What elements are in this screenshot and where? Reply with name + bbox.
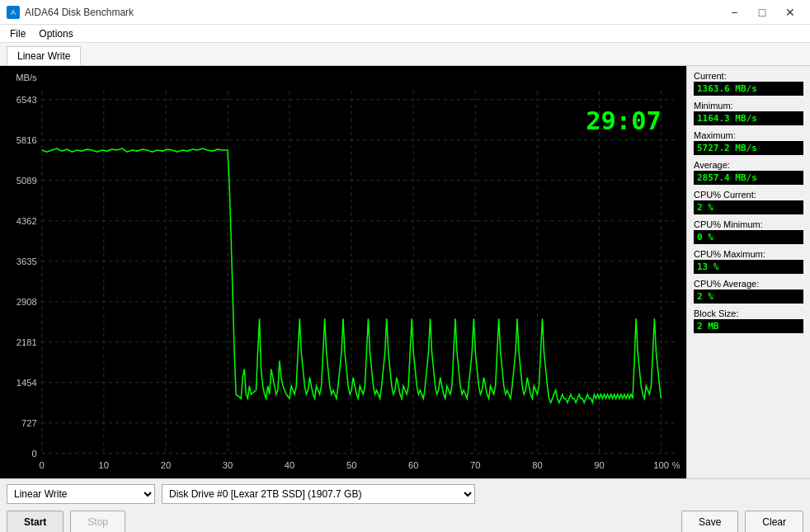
start-button[interactable]: Start bbox=[7, 511, 64, 532]
stats-panel: Current: 1363.6 MB/s Minimum: 1164.3 MB/… bbox=[686, 66, 810, 478]
cpu-minimum-label: CPU% Minimum: bbox=[694, 219, 803, 229]
svg-text:29:07: 29:07 bbox=[586, 106, 662, 134]
minimize-button[interactable]: − bbox=[721, 4, 747, 21]
chart-svg: 6543 5816 5089 4362 3635 2908 2181 1454 … bbox=[0, 66, 686, 478]
chart-area: 6543 5816 5089 4362 3635 2908 2181 1454 … bbox=[0, 66, 686, 478]
title-bar-controls: − □ ✕ bbox=[721, 4, 803, 21]
title-bar-left: A AIDA64 Disk Benchmark bbox=[7, 6, 134, 19]
app-icon: A bbox=[7, 6, 20, 19]
title-bar-title: AIDA64 Disk Benchmark bbox=[25, 7, 134, 18]
svg-text:2181: 2181 bbox=[16, 337, 37, 347]
svg-text:90: 90 bbox=[594, 460, 604, 470]
menu-file[interactable]: File bbox=[3, 26, 32, 41]
svg-text:40: 40 bbox=[285, 460, 294, 470]
average-label: Average: bbox=[694, 160, 803, 170]
stat-block-size: Block Size: 2 MB bbox=[694, 308, 803, 333]
svg-text:3635: 3635 bbox=[16, 257, 37, 266]
svg-text:80: 80 bbox=[532, 460, 542, 470]
menu-options[interactable]: Options bbox=[32, 26, 79, 41]
cpu-minimum-value: 0 % bbox=[694, 230, 803, 244]
minimum-label: Minimum: bbox=[694, 101, 803, 111]
cpu-maximum-value: 13 % bbox=[694, 260, 803, 274]
stat-current: Current: 1363.6 MB/s bbox=[694, 71, 803, 96]
svg-text:100: 100 bbox=[653, 460, 669, 470]
svg-text:6543: 6543 bbox=[16, 95, 37, 105]
svg-text:5816: 5816 bbox=[16, 135, 37, 145]
title-bar: A AIDA64 Disk Benchmark − □ ✕ bbox=[0, 0, 810, 25]
tab-area: Linear Write bbox=[0, 43, 810, 66]
current-label: Current: bbox=[694, 71, 803, 81]
test-type-dropdown[interactable]: Linear Write bbox=[7, 484, 155, 504]
svg-text:10: 10 bbox=[99, 460, 109, 470]
minimum-value: 1164.3 MB/s bbox=[694, 111, 803, 125]
svg-text:727: 727 bbox=[21, 418, 37, 428]
main-content: Linear Write bbox=[0, 43, 810, 532]
bottom-row1: Linear Write Disk Drive #0 [Lexar 2TB SS… bbox=[7, 484, 803, 504]
stop-button[interactable]: Stop bbox=[70, 511, 125, 532]
cpu-current-label: CPU% Current: bbox=[694, 190, 803, 200]
stat-cpu-maximum: CPU% Maximum: 13 % bbox=[694, 249, 803, 274]
average-value: 2857.4 MB/s bbox=[694, 171, 803, 185]
chart-stats-area: 6543 5816 5089 4362 3635 2908 2181 1454 … bbox=[0, 66, 810, 478]
stat-cpu-minimum: CPU% Minimum: 0 % bbox=[694, 219, 803, 244]
disk-dropdown[interactable]: Disk Drive #0 [Lexar 2TB SSD] (1907.7 GB… bbox=[162, 484, 475, 504]
clear-button[interactable]: Clear bbox=[745, 511, 803, 532]
maximum-label: Maximum: bbox=[694, 130, 803, 140]
maximize-button[interactable]: □ bbox=[749, 4, 775, 21]
close-button[interactable]: ✕ bbox=[777, 4, 803, 21]
svg-text:0: 0 bbox=[40, 460, 45, 470]
svg-text:5089: 5089 bbox=[16, 176, 37, 186]
svg-text:30: 30 bbox=[223, 460, 233, 470]
cpu-average-value: 2 % bbox=[694, 290, 803, 304]
svg-text:0: 0 bbox=[31, 449, 36, 459]
svg-text:4362: 4362 bbox=[16, 216, 37, 226]
stat-maximum: Maximum: 5727.2 MB/s bbox=[694, 130, 803, 155]
stat-average: Average: 2857.4 MB/s bbox=[694, 160, 803, 185]
cpu-average-label: CPU% Average: bbox=[694, 279, 803, 289]
svg-text:MB/s: MB/s bbox=[16, 73, 37, 82]
maximum-value: 5727.2 MB/s bbox=[694, 141, 803, 155]
stat-cpu-average: CPU% Average: 2 % bbox=[694, 279, 803, 304]
bottom-row2: Start Stop Save Clear bbox=[7, 511, 803, 532]
block-size-label: Block Size: bbox=[694, 308, 803, 318]
stat-cpu-current: CPU% Current: 2 % bbox=[694, 190, 803, 214]
bottom-controls: Linear Write Disk Drive #0 [Lexar 2TB SS… bbox=[0, 478, 810, 532]
menu-bar: File Options bbox=[0, 25, 810, 43]
cpu-maximum-label: CPU% Maximum: bbox=[694, 249, 803, 259]
svg-text:60: 60 bbox=[408, 460, 418, 470]
tab-linear-write[interactable]: Linear Write bbox=[7, 46, 81, 65]
svg-text:70: 70 bbox=[470, 460, 480, 470]
svg-text:20: 20 bbox=[161, 460, 171, 470]
svg-text:2908: 2908 bbox=[16, 297, 37, 307]
block-size-value: 2 MB bbox=[694, 319, 803, 333]
svg-text:50: 50 bbox=[346, 460, 356, 470]
svg-text:1454: 1454 bbox=[16, 378, 37, 388]
save-button[interactable]: Save bbox=[681, 511, 738, 532]
svg-rect-0 bbox=[0, 66, 686, 478]
stat-minimum: Minimum: 1164.3 MB/s bbox=[694, 101, 803, 125]
cpu-current-value: 2 % bbox=[694, 200, 803, 214]
current-value: 1363.6 MB/s bbox=[694, 82, 803, 96]
svg-text:%: % bbox=[672, 460, 680, 470]
